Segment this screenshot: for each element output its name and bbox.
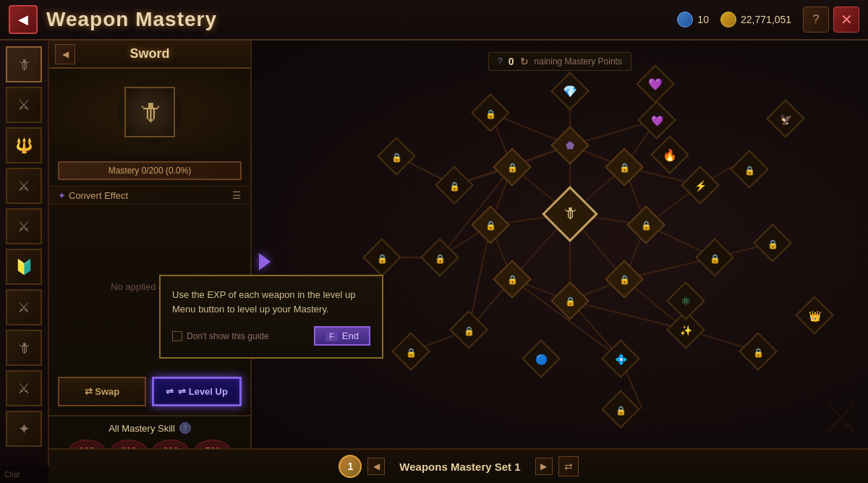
svg-text:🔒: 🔒 xyxy=(641,220,652,231)
svg-text:🔒: 🔒 xyxy=(406,347,417,358)
swap-button[interactable]: ⇄ Swap xyxy=(58,377,146,406)
item-amount: 10 xyxy=(697,14,709,25)
dont-show-label: Don't show this guide xyxy=(187,331,269,341)
item-icon xyxy=(677,12,693,27)
svg-rect-68 xyxy=(731,151,768,188)
svg-text:⚡: ⚡ xyxy=(694,180,707,192)
svg-line-30 xyxy=(621,359,642,409)
list-icon[interactable]: ☰ xyxy=(232,189,242,201)
svg-text:🔥: 🔥 xyxy=(663,148,677,162)
weapon-slot-2[interactable]: 🔱 xyxy=(6,127,42,163)
svg-rect-58 xyxy=(494,149,531,186)
end-button[interactable]: F End xyxy=(314,326,370,346)
svg-rect-62 xyxy=(639,102,676,139)
svg-text:🔒: 🔒 xyxy=(464,325,475,336)
set-number: 1 xyxy=(339,455,362,478)
weapon-slot-9[interactable]: ✦ xyxy=(6,411,42,447)
help-badge: ? xyxy=(179,422,191,434)
mastery-points-label: naining Mastery Points xyxy=(535,56,622,67)
svg-text:💎: 💎 xyxy=(563,85,577,98)
svg-rect-86 xyxy=(451,312,488,349)
svg-text:✨: ✨ xyxy=(680,325,693,337)
page-title: Weapon Mastery xyxy=(46,8,677,31)
mastery-question-icon: ? xyxy=(498,56,503,67)
close-button[interactable]: ✕ xyxy=(833,7,859,33)
svg-text:💜: 💜 xyxy=(651,115,664,127)
arrow-indicator xyxy=(259,253,271,270)
refresh-icon[interactable]: ↻ xyxy=(520,56,529,67)
level-up-icon: ⇌ xyxy=(166,386,174,397)
svg-text:🔒: 🔒 xyxy=(507,162,518,173)
convert-effect-text: Convert Effect xyxy=(69,190,128,201)
svg-text:🔒: 🔒 xyxy=(507,274,518,285)
gold-icon xyxy=(720,12,736,27)
dont-show-option[interactable]: Don't show this guide xyxy=(172,331,269,341)
svg-line-37 xyxy=(570,279,624,301)
next-set-button[interactable]: ▶ xyxy=(535,458,553,475)
weapon-slot-6[interactable]: ⚔ xyxy=(6,289,42,325)
svg-line-15 xyxy=(624,279,686,330)
mastery-points-value: 0 xyxy=(509,56,514,67)
weapon-slot-8[interactable]: ⚔ xyxy=(6,370,42,406)
main-map: 🗡 ⬟ 🔒 🔒 🔒 🔒 🔒 xyxy=(252,40,868,448)
svg-rect-92 xyxy=(436,167,473,204)
weapon-slot-5[interactable]: 🔰 xyxy=(6,249,42,285)
svg-rect-100 xyxy=(668,283,705,320)
svg-line-41 xyxy=(512,145,570,167)
weapon-slot-4[interactable]: ⚔ xyxy=(6,208,42,244)
svg-rect-50 xyxy=(606,261,643,298)
help-button[interactable]: ? xyxy=(803,7,829,33)
mastery-bar-area: Mastery 0/200 (0.0%) xyxy=(49,155,250,186)
svg-line-33 xyxy=(396,156,454,185)
tooltip-footer: Don't show this guide F End xyxy=(172,326,370,346)
weapon-slot-7[interactable]: 🗡 xyxy=(6,330,42,366)
set-edit-button[interactable]: ⇄ xyxy=(558,456,579,476)
svg-line-39 xyxy=(490,225,512,279)
svg-line-18 xyxy=(512,279,621,359)
svg-rect-54 xyxy=(494,261,531,298)
back-button[interactable]: ◀ xyxy=(9,5,38,34)
svg-rect-72 xyxy=(754,225,791,262)
weapon-slot-3[interactable]: ⚔ xyxy=(6,168,42,204)
svg-text:🗡: 🗡 xyxy=(562,204,578,222)
svg-line-2 xyxy=(570,214,646,225)
all-mastery-title: All Mastery Skill xyxy=(109,423,175,434)
prev-set-button[interactable]: ◀ xyxy=(367,458,385,475)
svg-line-13 xyxy=(646,225,715,257)
svg-rect-48 xyxy=(628,207,665,244)
svg-rect-56 xyxy=(472,207,509,244)
svg-line-29 xyxy=(686,330,758,351)
svg-rect-78 xyxy=(603,341,639,377)
svg-line-31 xyxy=(411,330,469,351)
convert-effect-label: ✦ Convert Effect xyxy=(58,190,226,201)
all-mastery-header: All Mastery Skill ? xyxy=(58,422,242,434)
dont-show-checkbox[interactable] xyxy=(172,331,182,341)
svg-rect-88 xyxy=(364,239,401,276)
svg-text:👑: 👑 xyxy=(809,310,822,322)
set-label: Weapons Mastery Set 1 xyxy=(391,461,529,473)
map-svg: 🗡 ⬟ 🔒 🔒 🔒 🔒 🔒 xyxy=(252,40,868,448)
weapon-slot-1[interactable]: ⚔ xyxy=(6,87,42,123)
weapon-slot-0[interactable]: 🗡 xyxy=(6,46,42,82)
chat-label: Chat xyxy=(4,471,20,479)
gold-currency: 22,771,051 xyxy=(720,12,791,27)
panel-back-button[interactable]: ◀ xyxy=(55,44,75,64)
svg-rect-52 xyxy=(552,283,589,320)
svg-text:⚛: ⚛ xyxy=(681,295,691,307)
svg-line-28 xyxy=(715,243,773,257)
svg-rect-74 xyxy=(668,312,705,349)
svg-text:🔒: 🔒 xyxy=(449,181,460,192)
left-panel: ◀ Sword 🗡 Mastery 0/200 (0.0%) ✦ Convert… xyxy=(49,40,252,483)
svg-line-10 xyxy=(624,120,657,167)
svg-line-38 xyxy=(512,279,570,301)
svg-line-21 xyxy=(440,225,490,257)
level-up-button[interactable]: ⇌ ⇌ Level Up xyxy=(152,377,242,406)
svg-text:🦅: 🦅 xyxy=(780,114,793,126)
svg-rect-104 xyxy=(796,297,833,334)
top-right-buttons: ? ✕ xyxy=(803,7,859,33)
svg-line-23 xyxy=(454,167,512,185)
svg-line-34 xyxy=(570,145,624,167)
svg-rect-44 xyxy=(552,127,589,164)
bottom-bar: 1 ◀ Weapons Mastery Set 1 ▶ ⇄ xyxy=(49,448,868,483)
svg-text:⬟: ⬟ xyxy=(566,140,574,151)
